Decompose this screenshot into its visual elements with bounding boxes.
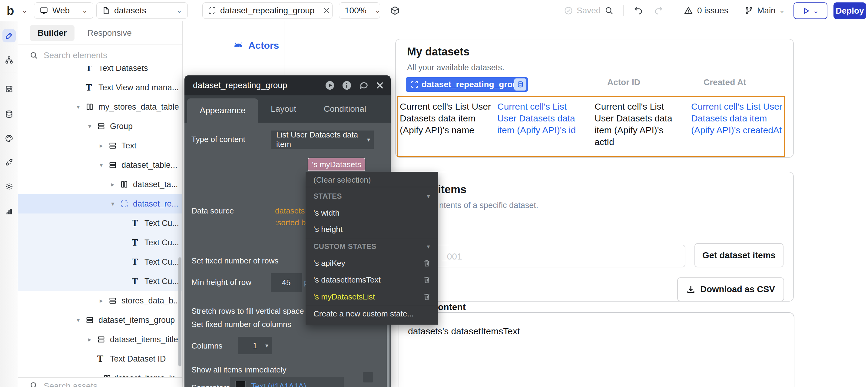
state-picker-dropdown: (Clear selection) STATES ▾ 's width 's h… (306, 172, 438, 325)
element-tree: TText Datasets TText View and mana... ▾m… (18, 66, 182, 377)
create-custom-state-option[interactable]: Create a new custom state... (306, 306, 438, 321)
search-icon (30, 51, 38, 60)
tree-scrollbar[interactable] (178, 257, 181, 366)
group-icon (109, 161, 119, 169)
tree-item-text-cu-1[interactable]: TText Cu... (18, 214, 182, 233)
monitor-icon (40, 6, 48, 15)
trash-icon[interactable] (423, 293, 431, 301)
table-cell-actid[interactable]: Current cell's List User Datasets data i… (594, 100, 678, 148)
issues-indicator[interactable]: 0 issues (684, 0, 728, 21)
workflow-tab-icon[interactable] (2, 53, 16, 67)
preview-element-icon[interactable] (325, 80, 335, 91)
fixed-columns-label: Set fixed number of columns (191, 320, 291, 329)
selected-element-chip[interactable]: dataset_repeating_group (406, 77, 528, 92)
separator-color-field[interactable]: Text (#1A1A1A) (230, 377, 344, 387)
dataset-items-preview[interactable]: datasets's datasetItemsText (399, 312, 795, 387)
element-search[interactable]: Search elements (18, 45, 182, 66)
chevron-down-icon: ▾ (427, 243, 430, 250)
tree-item-text-cu-3[interactable]: TText Cu... (18, 252, 182, 271)
trash-icon[interactable] (423, 259, 431, 267)
group-icon (97, 335, 107, 344)
custom-state-apikey[interactable]: 's apiKey (306, 256, 438, 271)
table-cell-createdat[interactable]: Current cell's List User Datasets data i… (691, 100, 784, 136)
tab-conditional[interactable]: Conditional (324, 95, 366, 123)
states-section-header[interactable]: STATES ▾ (306, 189, 438, 204)
tree-item-dataset-ta[interactable]: ▸dataset_ta... (18, 175, 182, 194)
plugins-tab-icon[interactable] (2, 156, 16, 169)
data-source-badge[interactable] (514, 78, 526, 91)
chevron-down-icon: ▾ (76, 103, 86, 110)
expression-token-my-datasets[interactable]: 's myDatasets (308, 158, 365, 171)
comment-icon[interactable] (359, 80, 369, 91)
undo-icon[interactable] (633, 0, 643, 21)
chevron-down-icon: ⌄ (82, 7, 88, 14)
custom-state-datasetitemstext[interactable]: 's datasetItemsText (306, 272, 438, 287)
zoom-select[interactable]: 100% ⌄ (339, 2, 380, 19)
info-icon[interactable] (342, 80, 352, 91)
tree-item-text-view[interactable]: TText View and mana... (18, 78, 182, 97)
bubble-logo[interactable]: b (7, 0, 13, 21)
tree-item-text-group[interactable]: ▸Text (18, 136, 182, 155)
data-source-expression[interactable]: datasets (275, 206, 305, 216)
tree-item-my-stores-data-table[interactable]: ▾my_stores_data_table (18, 97, 182, 117)
columns-select[interactable]: 1 ▾ (238, 337, 272, 354)
tree-item-stores-data-b[interactable]: ▸stores_data_b... (18, 291, 182, 311)
table-cell-name[interactable]: Current cell's List User Datasets data i… (400, 100, 494, 136)
data-source-expression-suffix[interactable]: :sorted b (275, 218, 306, 227)
close-icon[interactable] (323, 7, 330, 14)
app-menu-chevron[interactable]: ⌄ (22, 0, 27, 21)
design-tab-icon[interactable] (2, 29, 16, 42)
component-library-icon[interactable] (390, 0, 400, 21)
element-tab[interactable]: dataset_repeating_group (202, 2, 333, 19)
trash-icon[interactable] (423, 276, 431, 284)
logs-tab-icon[interactable] (2, 204, 16, 218)
branch-selector[interactable]: Main ⌄ (744, 0, 785, 21)
components-tab-icon[interactable] (2, 83, 16, 96)
styles-tab-icon[interactable] (2, 132, 16, 145)
table-cell-id[interactable]: Current cell's List User Datasets data i… (497, 100, 580, 136)
tree-item-dataset-items-title[interactable]: ▸dataset_items_title (18, 330, 182, 349)
tree-item-group[interactable]: ▾Group (18, 117, 182, 136)
tab-responsive[interactable]: Responsive (87, 28, 131, 38)
data-tab-icon[interactable] (2, 107, 16, 121)
tree-item-dataset-table[interactable]: ▾dataset_table... (18, 155, 182, 175)
preview-button[interactable]: ⌄ (794, 2, 828, 19)
tab-builder[interactable]: Builder (30, 25, 74, 41)
assets-search[interactable]: Search assets (18, 377, 182, 387)
tree-item-dataset-repeating-group[interactable]: ▾dataset_re... (18, 194, 182, 214)
columns-label: Columns (191, 341, 223, 351)
color-value-link[interactable]: Text (#1A1A1A) (251, 382, 306, 387)
selected-element-outline[interactable]: Current cell's List User Datasets data i… (397, 96, 785, 157)
deploy-button[interactable]: Deploy (834, 2, 866, 19)
property-editor-header[interactable]: dataset_repeating_group (184, 75, 391, 95)
state-option-width[interactable]: 's width (306, 205, 438, 221)
custom-states-section-header[interactable]: CUSTOM STATES ▾ (306, 239, 438, 254)
settings-tab-icon[interactable] (2, 180, 16, 193)
search-icon[interactable] (604, 0, 614, 21)
tree-item-dataset-items-in[interactable]: ▸dataset_items_in... (18, 368, 182, 377)
custom-state-mydatasetslist[interactable]: 's myDatasetsList (306, 289, 438, 304)
dataset-id-input[interactable]: _001 (407, 245, 685, 267)
show-all-items-checkbox[interactable] (363, 372, 373, 383)
state-option-height[interactable]: 's height (306, 222, 438, 237)
preview-text: datasets's datasetItemsText (408, 326, 520, 336)
color-swatch[interactable] (235, 381, 246, 387)
clear-selection-option[interactable]: (Clear selection) (306, 172, 438, 188)
close-icon[interactable] (376, 81, 384, 90)
chevron-down-icon: ▾ (265, 342, 268, 349)
page-select[interactable]: datasets ⌄ (96, 2, 188, 19)
tree-item-text-dataset-id[interactable]: TText Dataset ID (18, 349, 182, 368)
redo-icon[interactable] (654, 0, 663, 21)
download-csv-button[interactable]: Download as CSV (677, 278, 784, 301)
chevron-down-icon: ⌄ (779, 7, 785, 14)
tree-item-text-cu-4[interactable]: TText Cu... (18, 271, 182, 291)
min-height-input[interactable]: 45 (271, 273, 302, 292)
type-of-content-select[interactable]: List User Datasets data item ▾ (271, 130, 374, 149)
tab-layout[interactable]: Layout (271, 95, 296, 123)
tree-item-text-cu-2[interactable]: TText Cu... (18, 233, 182, 252)
tree-item-text-datasets[interactable]: TText Datasets (18, 66, 182, 78)
platform-select[interactable]: Web ⌄ (34, 2, 93, 19)
get-dataset-items-button[interactable]: Get dataset items (694, 243, 783, 267)
tree-item-dataset-items-group[interactable]: ▾dataset_items_group (18, 311, 182, 330)
tab-appearance[interactable]: Appearance (187, 98, 258, 123)
